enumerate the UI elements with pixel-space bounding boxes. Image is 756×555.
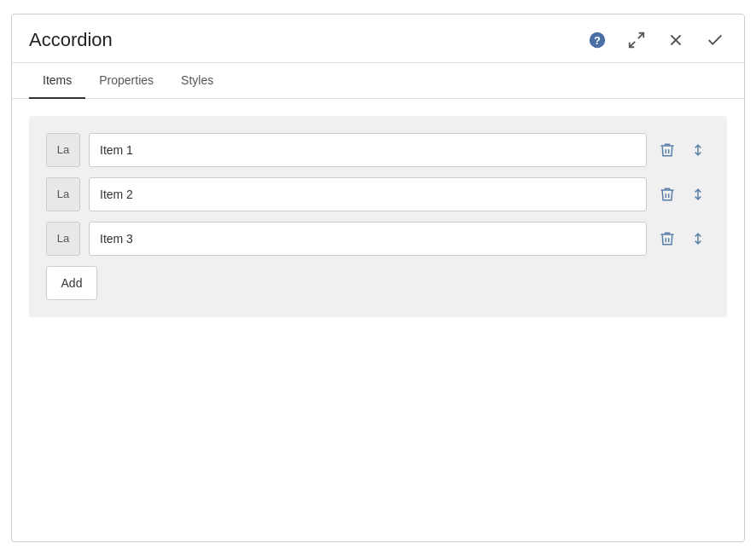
tab-styles[interactable]: Styles [167,63,227,99]
accordion-dialog: Accordion ? [11,14,745,542]
delete-icon-1[interactable] [655,138,679,162]
add-button[interactable]: Add [46,266,710,300]
sort-icon [689,186,707,203]
tab-items[interactable]: Items [29,63,85,99]
svg-line-3 [630,41,635,46]
tab-content: La [12,99,744,541]
svg-text:?: ? [594,33,601,46]
tab-properties[interactable]: Properties [85,63,167,99]
label-button-1[interactable]: La [46,133,80,167]
table-row: La [46,222,710,256]
row-actions-2 [655,182,710,206]
label-button-2[interactable]: La [46,177,80,211]
reorder-icon-2[interactable] [686,182,710,206]
add-item-button[interactable]: Add [46,266,97,300]
table-row: La [46,177,710,211]
svg-line-2 [638,32,643,38]
dialog-header: Accordion ? [12,14,744,63]
help-icon[interactable]: ? [585,28,609,52]
sort-icon [689,230,707,247]
label-button-3[interactable]: La [46,222,80,256]
dialog-title: Accordion [29,29,585,51]
confirm-icon-svg [706,31,724,49]
fullscreen-icon[interactable] [625,28,648,52]
item-input-3[interactable] [89,222,647,256]
row-actions-1 [655,138,710,162]
fullscreen-icon-svg [627,31,646,49]
help-icon-svg: ? [588,31,607,49]
delete-icon-2[interactable] [655,182,679,206]
items-panel: La [29,116,727,317]
trash-icon [659,230,676,247]
header-icons: ? [585,28,727,52]
item-input-1[interactable] [89,133,647,167]
tabs-bar: Items Properties Styles [12,63,744,99]
sort-icon [689,142,707,159]
table-row: La [46,133,710,167]
row-actions-3 [655,227,710,251]
delete-icon-3[interactable] [655,227,679,251]
item-input-2[interactable] [89,177,647,211]
close-icon-svg [666,31,685,49]
trash-icon [659,186,676,203]
reorder-icon-3[interactable] [686,227,710,251]
reorder-icon-1[interactable] [686,138,710,162]
trash-icon [659,142,676,159]
close-icon[interactable] [664,28,688,52]
confirm-icon[interactable] [703,28,727,52]
